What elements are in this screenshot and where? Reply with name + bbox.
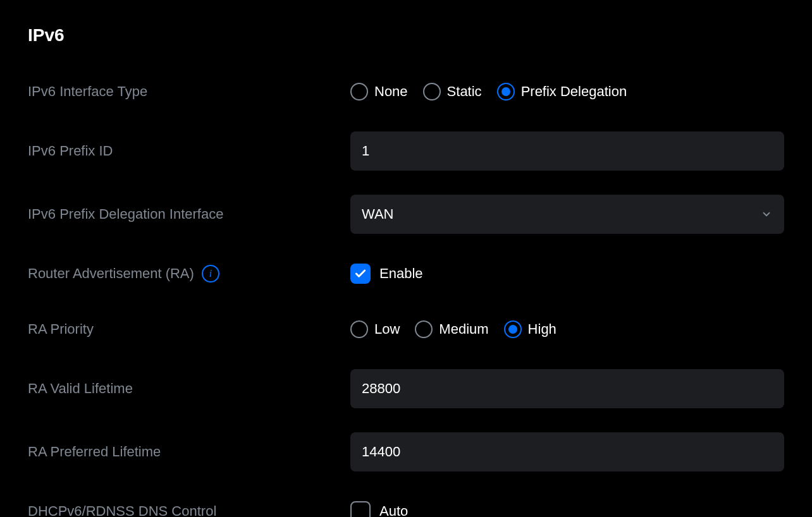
radio-group-interface-type: None Static Prefix Delegation: [350, 83, 627, 100]
label-ra-priority: RA Priority: [28, 321, 350, 338]
select-pd-interface[interactable]: WAN: [350, 195, 784, 234]
radio-circle-icon: [423, 83, 441, 100]
label-pd-interface: IPv6 Prefix Delegation Interface: [28, 206, 350, 222]
radio-ra-priority-low[interactable]: Low: [350, 320, 400, 338]
label-ra-valid-lifetime: RA Valid Lifetime: [28, 380, 350, 397]
radio-circle-icon: [504, 320, 522, 338]
label-ra-priority-text: RA Priority: [28, 321, 94, 338]
radio-circle-icon: [415, 320, 433, 338]
chevron-down-icon: [760, 208, 773, 221]
row-ra-preferred-lifetime: RA Preferred Lifetime: [28, 432, 784, 471]
check-icon: [354, 267, 367, 280]
radio-ra-priority-high[interactable]: High: [504, 320, 557, 338]
row-ra-priority: RA Priority Low Medium High: [28, 313, 784, 345]
label-pd-interface-text: IPv6 Prefix Delegation Interface: [28, 206, 223, 222]
input-prefix-id[interactable]: [350, 131, 784, 171]
input-ra-preferred-lifetime[interactable]: [350, 432, 784, 471]
section-title: IPv6: [28, 25, 784, 46]
label-router-advertisement-text: Router Advertisement (RA): [28, 265, 194, 282]
radio-label-medium: Medium: [439, 321, 488, 338]
radio-label-none: None: [374, 83, 408, 100]
radio-ra-priority-medium[interactable]: Medium: [415, 320, 488, 338]
label-router-advertisement: Router Advertisement (RA) i: [28, 265, 350, 283]
radio-group-ra-priority: Low Medium High: [350, 320, 557, 338]
label-ra-preferred-lifetime-text: RA Preferred Lifetime: [28, 444, 161, 460]
label-ra-valid-lifetime-text: RA Valid Lifetime: [28, 380, 133, 397]
radio-interface-type-static[interactable]: Static: [423, 83, 482, 100]
label-prefix-id-text: IPv6 Prefix ID: [28, 143, 113, 159]
row-router-advertisement: Router Advertisement (RA) i Enable: [28, 258, 784, 289]
row-interface-type: IPv6 Interface Type None Static Prefix D…: [28, 76, 784, 107]
row-prefix-id: IPv6 Prefix ID: [28, 131, 784, 171]
radio-label-static: Static: [447, 83, 482, 100]
checkbox-ra-enable[interactable]: [350, 264, 371, 284]
checkbox-ra-enable-label: Enable: [379, 265, 423, 282]
label-dhcpv6-control: DHCPv6/RDNSS DNS Control: [28, 503, 350, 517]
label-interface-type-text: IPv6 Interface Type: [28, 83, 147, 100]
radio-interface-type-none[interactable]: None: [350, 83, 408, 100]
radio-circle-icon: [350, 320, 368, 338]
row-dhcpv6-control: DHCPv6/RDNSS DNS Control Auto: [28, 496, 784, 517]
checkbox-dhcpv6-auto[interactable]: [350, 501, 371, 517]
radio-label-low: Low: [374, 321, 400, 338]
input-ra-valid-lifetime[interactable]: [350, 369, 784, 408]
row-pd-interface: IPv6 Prefix Delegation Interface WAN: [28, 195, 784, 234]
info-icon[interactable]: i: [202, 265, 219, 283]
radio-circle-icon: [350, 83, 368, 100]
radio-interface-type-prefix-delegation[interactable]: Prefix Delegation: [497, 83, 627, 100]
radio-label-prefix-delegation: Prefix Delegation: [521, 83, 627, 100]
radio-circle-icon: [497, 83, 515, 100]
label-interface-type: IPv6 Interface Type: [28, 83, 350, 100]
label-ra-preferred-lifetime: RA Preferred Lifetime: [28, 444, 350, 460]
radio-label-high: High: [528, 321, 557, 338]
row-ra-valid-lifetime: RA Valid Lifetime: [28, 369, 784, 408]
label-dhcpv6-control-text: DHCPv6/RDNSS DNS Control: [28, 503, 216, 517]
label-prefix-id: IPv6 Prefix ID: [28, 143, 350, 159]
checkbox-dhcpv6-auto-label: Auto: [379, 503, 408, 517]
select-pd-interface-value: WAN: [362, 206, 394, 222]
